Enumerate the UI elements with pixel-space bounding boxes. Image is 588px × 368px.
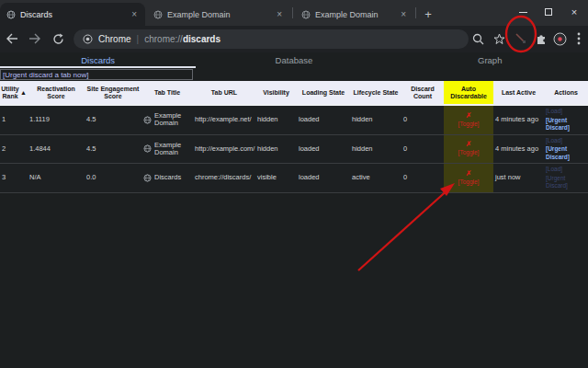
cell-last-active: 4 minutes ago [493, 135, 544, 165]
tab-close-icon[interactable]: × [275, 9, 284, 19]
urgent-discard-link[interactable]: [Urgent Discard] [546, 145, 586, 161]
extensions-menu-button[interactable] [532, 29, 550, 49]
col-header-tab-url[interactable]: Tab URL [193, 81, 255, 106]
cell-tab-title: Example Domain [141, 106, 193, 135]
cell-engagement: 0.0 [85, 164, 141, 193]
cell-actions: [Load][Urgent Discard] [544, 135, 588, 165]
cell-tab-url: chrome://discards/ [193, 164, 255, 193]
urgent-discard-link[interactable]: [Urgent discard a tab now] [1, 71, 88, 79]
avatar-icon [553, 32, 567, 46]
browser-window: Discards × Example Domain × Example Doma… [0, 0, 588, 368]
search-button[interactable] [469, 29, 487, 49]
tab-separator [292, 7, 293, 18]
toggle-link[interactable]: [Toggle] [458, 121, 480, 129]
cell-reactivation: N/A [28, 164, 85, 193]
profile-avatar[interactable] [550, 29, 569, 49]
omnibox[interactable]: Chrome | chrome://discards [74, 29, 469, 49]
cell-actions: [Load][Urgent Discard] [544, 106, 588, 135]
extensions-puzzle-icon [535, 32, 548, 45]
forward-icon [28, 33, 41, 44]
urgent-discard-link[interactable]: [Urgent Discard] [546, 117, 586, 132]
col-header-auto-discardable-highlighted[interactable]: Auto Discardable [444, 81, 493, 106]
maximize-icon [545, 8, 552, 16]
urgent-discard-link-box[interactable]: [Urgent discard a tab now] [0, 69, 193, 80]
cell-loading-state: loaded [297, 106, 350, 135]
browser-menu-button[interactable] [570, 29, 588, 49]
cell-visibility: hidden [255, 135, 297, 165]
cell-lifecycle-state: hidden [350, 106, 401, 135]
cell-tab-title: Discards [141, 164, 193, 193]
col-header-discard-count[interactable]: Discard Count [401, 81, 444, 106]
cell-loading-state: loaded [297, 164, 350, 193]
page-tab-graph[interactable]: Graph [392, 52, 588, 68]
new-tab-button[interactable]: + [419, 5, 437, 23]
cell-auto-discardable-highlighted: ✗[Toggle] [444, 106, 493, 135]
browser-tab-example-2[interactable]: Example Domain × [295, 3, 414, 26]
tab-title: Discards [20, 10, 125, 19]
globe-favicon-icon [6, 10, 16, 19]
col-header-lifecycle-state[interactable]: Lifecycle State [350, 81, 401, 106]
cell-last-active: just now [493, 164, 544, 193]
back-icon [6, 33, 18, 44]
cell-rank: 1 [0, 106, 28, 135]
sort-arrow-icon: ▲ [20, 89, 27, 97]
forward-button[interactable] [25, 29, 45, 49]
tab-title: Example Domain [167, 10, 270, 19]
extension-action-button[interactable] [512, 29, 530, 49]
col-header-utility-rank[interactable]: Utility Rank▲ [0, 81, 28, 106]
search-icon [472, 33, 484, 45]
globe-favicon-icon [301, 10, 311, 19]
cell-visibility: hidden [255, 106, 297, 135]
cell-last-active: 4 minutes ago [493, 106, 544, 135]
cell-tab-title: Example Domain [141, 135, 193, 165]
cell-reactivation: 1.1119 [28, 106, 85, 135]
col-header-actions[interactable]: Actions [544, 81, 588, 106]
globe-favicon-icon [143, 116, 152, 124]
cell-tab-url: http://example.net/ [193, 106, 255, 135]
cell-auto-discardable-highlighted: ✗[Toggle] [444, 164, 493, 193]
cell-tab-url: http://example.com/ [193, 135, 255, 165]
browser-tab-discards[interactable]: Discards × [0, 3, 145, 26]
menu-kebab-icon [577, 32, 581, 45]
cell-rank: 3 [0, 164, 28, 193]
toggle-link[interactable]: [Toggle] [458, 149, 480, 157]
cell-engagement: 4.5 [85, 106, 141, 135]
close-window-button[interactable]: × [562, 0, 586, 24]
tab-close-icon[interactable]: × [399, 9, 408, 19]
col-header-tab-title[interactable]: Tab Title [141, 81, 193, 106]
cell-discard-count: 0 [401, 135, 444, 165]
bookmark-button[interactable] [490, 29, 508, 49]
url-host: discards [183, 34, 220, 44]
col-header-visibility[interactable]: Visibility [255, 81, 297, 106]
minimize-button[interactable] [511, 0, 535, 24]
col-header-last-active[interactable]: Last Active [493, 81, 544, 106]
tab-close-icon[interactable]: × [130, 9, 139, 19]
browser-tab-example-1[interactable]: Example Domain × [147, 3, 290, 26]
load-link-disabled: [Load] [546, 166, 562, 174]
col-header-loading-state[interactable]: Loading State [297, 81, 350, 106]
load-link-disabled: [Load] [546, 108, 562, 116]
reload-button[interactable] [48, 29, 68, 49]
omnibox-url: chrome://discards [144, 34, 220, 44]
back-button[interactable] [2, 29, 22, 49]
browser-toolbar: Chrome | chrome://discards [0, 26, 588, 52]
omnibox-site-label: Chrome [98, 34, 131, 44]
maximize-button[interactable] [537, 0, 560, 24]
col-header-reactivation-score[interactable]: Reactivation Score [28, 81, 85, 106]
tab-strip: Discards × Example Domain × Example Doma… [0, 0, 588, 26]
cell-actions: [Load][Urgent Discard] [544, 164, 588, 193]
x-mark-icon: ✗ [466, 112, 472, 120]
col-header-site-engagement-score[interactable]: Site Engagement Score [85, 81, 141, 106]
cell-reactivation: 1.4844 [28, 135, 85, 165]
chrome-page-icon [83, 34, 93, 44]
cell-visibility: visible [255, 164, 297, 193]
url-scheme: chrome:// [144, 34, 183, 44]
bookmark-star-icon [493, 33, 505, 45]
cell-lifecycle-state: hidden [350, 135, 401, 165]
page-tab-database[interactable]: Database [196, 52, 391, 68]
x-mark-icon: ✗ [466, 170, 472, 178]
extension-pen-icon [514, 32, 527, 45]
toggle-link[interactable]: [Toggle] [458, 178, 480, 187]
cell-auto-discardable-highlighted: ✗[Toggle] [444, 135, 493, 165]
urgent-discard-link-disabled: [Urgent Discard] [546, 175, 586, 190]
